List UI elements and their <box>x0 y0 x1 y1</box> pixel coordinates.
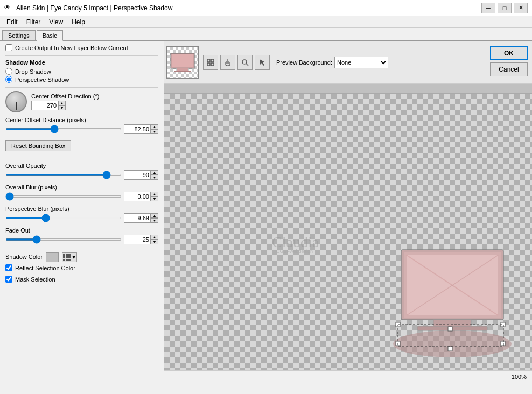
cancel-button[interactable]: Cancel <box>490 62 528 76</box>
zoom-to-fit-button[interactable] <box>203 55 218 70</box>
tab-basic[interactable]: Basic <box>37 30 63 41</box>
preview-bg-select[interactable]: None White Black Gray <box>334 57 388 68</box>
overall-opacity-input[interactable]: 90 <box>124 170 151 180</box>
overall-blur-spinbox: 0.00 ▲ ▼ <box>124 192 158 201</box>
fade-out-slider[interactable] <box>5 238 122 241</box>
shadow-color-swatch[interactable] <box>46 252 59 262</box>
left-panel: Create Output In New Layer Below Current… <box>0 41 164 382</box>
overall-opacity-label: Overall Opacity <box>5 163 158 169</box>
perspective-blur-slider[interactable] <box>5 217 122 219</box>
preview-svg <box>390 244 532 363</box>
thumbnail-svg <box>170 52 195 73</box>
overall-blur-spinbuttons: ▲ ▼ <box>151 192 158 201</box>
mask-selection-label: Mask Selection <box>15 276 55 283</box>
svg-rect-14 <box>211 59 214 62</box>
divider-4 <box>5 249 158 249</box>
overall-opacity-up[interactable]: ▲ <box>151 170 158 175</box>
svg-rect-3 <box>63 256 65 258</box>
center-offset-dist-slider-container <box>5 124 122 134</box>
svg-marker-19 <box>260 59 265 66</box>
ok-button[interactable]: OK <box>490 46 528 60</box>
handle-tm <box>448 327 452 331</box>
shadow-ellipse <box>393 330 512 357</box>
overall-blur-down[interactable]: ▼ <box>151 196 158 201</box>
overall-opacity-slider[interactable] <box>5 174 122 176</box>
perspective-shadow-radio[interactable] <box>5 76 12 83</box>
center-offset-dir-row: Center Offset Direction (°) 270 ▲ ▼ <box>5 91 158 112</box>
center-offset-dist-spinbox: 82.50 ▲ ▼ <box>124 124 158 134</box>
mask-selection-checkbox[interactable] <box>5 276 12 283</box>
fade-out-spinbox: 25 ▲ ▼ <box>124 235 158 244</box>
overall-blur-label: Overall Blur (pixels) <box>5 184 158 191</box>
arrow-icon <box>258 58 267 67</box>
svg-rect-11 <box>177 68 188 71</box>
canvas-area[interactable]: Claudia CGSFwebdesign <box>164 94 532 370</box>
drop-shadow-label: Drop Shadow <box>15 68 51 75</box>
overall-blur-slider[interactable] <box>5 195 122 198</box>
drop-shadow-radio[interactable] <box>5 68 12 75</box>
center-offset-dist-spinbuttons: ▲ ▼ <box>151 124 158 134</box>
shadow-color-row: Shadow Color ▼ <box>5 252 158 262</box>
perspective-shadow-row: Perspective Shadow <box>5 76 158 83</box>
fade-out-row: Fade Out 25 ▲ ▼ <box>5 227 158 244</box>
perspective-blur-up[interactable]: ▲ <box>151 213 158 218</box>
center-offset-dir-down[interactable]: ▼ <box>58 105 66 110</box>
svg-rect-13 <box>207 59 210 62</box>
overall-opacity-spinbox: 90 ▲ ▼ <box>124 170 158 180</box>
perspective-blur-controls: 9.69 ▲ ▼ <box>5 213 158 223</box>
center-offset-dist-down[interactable]: ▼ <box>151 129 158 134</box>
svg-rect-2 <box>68 254 71 256</box>
overall-opacity-down[interactable]: ▼ <box>151 175 158 180</box>
center-offset-dist-input[interactable]: 82.50 <box>124 124 151 134</box>
center-offset-dist-up[interactable]: ▲ <box>151 124 158 129</box>
divider-1 <box>5 55 158 56</box>
direction-dial[interactable] <box>5 91 27 112</box>
maximize-button[interactable]: □ <box>498 3 512 13</box>
reset-bounding-box-button[interactable]: Reset Bounding Box <box>5 140 71 151</box>
reflect-selection-label: Reflect Selection Color <box>15 265 75 271</box>
drop-shadow-row: Drop Shadow <box>5 68 158 75</box>
close-button[interactable]: ✕ <box>514 3 528 13</box>
zoom-button[interactable] <box>237 55 253 70</box>
perspective-blur-down[interactable]: ▼ <box>151 218 158 223</box>
shadow-color-label: Shadow Color <box>5 254 43 260</box>
perspective-blur-spinbuttons: ▲ ▼ <box>151 213 158 223</box>
fade-out-up[interactable]: ▲ <box>151 235 158 240</box>
center-offset-dist-controls: 82.50 ▲ ▼ <box>5 124 158 134</box>
minimize-button[interactable]: ─ <box>481 3 495 13</box>
hand-tool-button[interactable] <box>220 55 235 70</box>
fade-out-down[interactable]: ▼ <box>151 240 158 244</box>
grid-icon <box>63 254 72 261</box>
svg-rect-4 <box>66 256 68 258</box>
overall-opacity-controls: 90 ▲ ▼ <box>5 170 158 180</box>
menu-edit[interactable]: Edit <box>2 17 22 27</box>
center-offset-dir-up[interactable]: ▲ <box>58 101 66 105</box>
tab-settings[interactable]: Settings <box>2 30 36 40</box>
perspective-blur-label: Perspective Blur (pixels) <box>5 206 158 212</box>
overall-blur-input[interactable]: 0.00 <box>124 192 151 201</box>
handle-br <box>501 341 505 346</box>
svg-rect-15 <box>207 63 210 66</box>
menu-filter[interactable]: Filter <box>22 17 45 27</box>
divider-3 <box>5 159 158 159</box>
menu-view[interactable]: View <box>45 17 67 27</box>
fade-out-input[interactable]: 25 <box>124 235 151 244</box>
hand-tool-icon <box>223 58 232 67</box>
magnify-icon <box>241 58 249 67</box>
center-offset-dir-input[interactable]: 270 <box>31 101 58 110</box>
overall-blur-up[interactable]: ▲ <box>151 192 158 196</box>
shadow-color-grid-button[interactable]: ▼ <box>62 252 77 262</box>
reflect-selection-checkbox[interactable] <box>5 264 12 271</box>
selection-tool-button[interactable] <box>255 55 270 70</box>
right-panel: Preview Background: None White Black Gra… <box>164 41 532 382</box>
preview-top-bar: Preview Background: None White Black Gra… <box>164 41 532 84</box>
center-offset-dir-spinbuttons: ▲ ▼ <box>58 101 66 110</box>
center-offset-dist-slider[interactable] <box>5 128 122 130</box>
perspective-blur-input[interactable]: 9.69 <box>124 213 151 223</box>
center-offset-dir-label: Center Offset Direction (°) <box>31 93 158 100</box>
center-offset-dir-spinbox: 270 ▲ ▼ <box>31 101 158 110</box>
menu-help[interactable]: Help <box>67 17 89 27</box>
shadow-mode-label: Shadow Mode <box>5 59 158 66</box>
create-output-checkbox[interactable] <box>5 44 12 51</box>
fade-out-controls: 25 ▲ ▼ <box>5 235 158 244</box>
